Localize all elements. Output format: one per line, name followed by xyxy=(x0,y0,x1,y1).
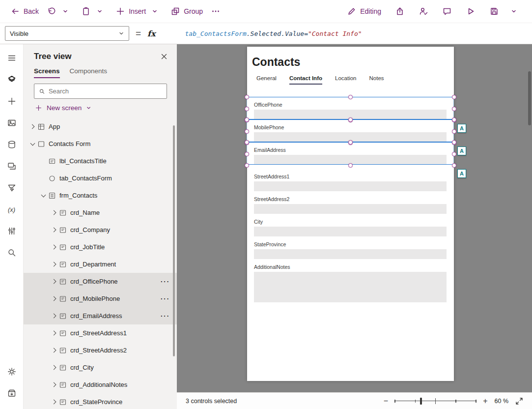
field-input[interactable] xyxy=(254,204,447,214)
chevron-right-icon[interactable] xyxy=(50,261,58,268)
tree-item-Contacts Form[interactable]: Contacts Form xyxy=(24,135,177,152)
variables-rail-button[interactable]: (x) xyxy=(0,199,24,220)
data-rail-button[interactable] xyxy=(0,134,24,155)
tab-components[interactable]: Components xyxy=(70,67,108,78)
tree-search-input[interactable] xyxy=(49,88,162,95)
tree-item-crd_AdditionalNotes[interactable]: crd_AdditionalNotes xyxy=(24,376,177,393)
chevron-right-icon[interactable] xyxy=(50,295,58,303)
package-rail-button[interactable] xyxy=(0,382,24,404)
selection-handle[interactable] xyxy=(245,107,249,111)
selection-handle[interactable] xyxy=(245,129,249,134)
chevron-down-icon[interactable] xyxy=(28,140,36,148)
tree-item-crd_StreetAddress1[interactable]: crd_StreetAddress1 xyxy=(24,324,177,342)
chevron-right-icon[interactable] xyxy=(28,123,36,131)
formula-input[interactable]: tab_ContactsForm.Selected.Value="Contact… xyxy=(162,23,362,45)
editing-status-button[interactable]: Editing xyxy=(343,3,385,19)
zoom-out-button[interactable]: − xyxy=(384,397,388,405)
new-screen-button[interactable]: New screen xyxy=(35,104,177,112)
tree-item-tab_ContactsForm[interactable]: tab_ContactsForm xyxy=(24,170,177,187)
selection-handle[interactable] xyxy=(348,95,353,99)
tree-item-crd_Company[interactable]: crd_Company xyxy=(24,221,177,238)
back-button[interactable]: Back xyxy=(7,3,42,19)
search-rail-button[interactable] xyxy=(0,242,24,263)
tree-item-crd_Department[interactable]: crd_Department xyxy=(24,256,177,273)
chevron-right-icon[interactable] xyxy=(50,347,58,354)
format-text-badge[interactable]: A xyxy=(457,124,466,133)
selection-handle[interactable] xyxy=(452,152,456,156)
form-card-StreetAddress1[interactable]: StreetAddress1 xyxy=(254,169,447,191)
tree-view-rail-button[interactable] xyxy=(0,69,24,90)
form-tab-notes[interactable]: Notes xyxy=(369,75,384,85)
form-tab-contact-info[interactable]: Contact Info xyxy=(289,75,322,85)
fit-to-window-button[interactable] xyxy=(515,397,523,405)
selection-handle[interactable] xyxy=(245,163,249,168)
chevron-right-icon[interactable] xyxy=(50,209,58,217)
selection-handle[interactable] xyxy=(245,152,249,156)
save-button[interactable] xyxy=(486,3,503,19)
tree-item-App[interactable]: App xyxy=(24,118,177,135)
selection-handle[interactable] xyxy=(452,117,456,122)
selection-handle[interactable] xyxy=(245,117,249,122)
paste-menu-chevron[interactable] xyxy=(95,5,104,17)
canvas-scrollbar[interactable] xyxy=(528,71,531,125)
selection-handle[interactable] xyxy=(452,129,456,134)
more-commands-button[interactable] xyxy=(207,3,224,19)
chevron-right-icon[interactable] xyxy=(50,226,58,234)
tree-item-crd_JobTitle[interactable]: crd_JobTitle xyxy=(24,238,177,256)
screens-rail-button[interactable] xyxy=(0,155,24,177)
tab-screens[interactable]: Screens xyxy=(34,67,60,78)
save-menu-chevron[interactable] xyxy=(509,5,518,17)
selection-handle[interactable] xyxy=(348,163,353,168)
insert-rail-button[interactable] xyxy=(0,90,24,112)
selection-handle[interactable] xyxy=(452,140,456,145)
chevron-right-icon[interactable] xyxy=(50,329,58,337)
insert-menu-chevron[interactable] xyxy=(150,5,159,17)
tree-item-crd_Name[interactable]: crd_Name xyxy=(24,204,177,221)
chevron-down-icon[interactable] xyxy=(39,192,47,200)
chevron-right-icon[interactable] xyxy=(50,381,58,389)
tree-scrollbar[interactable] xyxy=(173,125,175,356)
undo-button[interactable] xyxy=(43,3,60,19)
zoom-slider[interactable] xyxy=(395,396,476,406)
selection-handle[interactable] xyxy=(452,95,456,99)
insert-button[interactable]: Insert xyxy=(112,3,149,19)
preview-play-button[interactable] xyxy=(462,3,479,19)
property-selector[interactable]: Visible xyxy=(5,26,129,41)
field-input[interactable] xyxy=(254,227,447,236)
tree-item-crd_StateProvince[interactable]: crd_StateProvince xyxy=(24,393,177,409)
selection-handle[interactable] xyxy=(452,163,456,168)
tree-item-lbl_ContactsTitle[interactable]: lbl_ContactsTitle xyxy=(24,152,177,170)
chevron-right-icon[interactable] xyxy=(50,278,58,286)
group-button[interactable]: Group xyxy=(167,3,206,19)
tree-item-crd_MobilePhone[interactable]: crd_MobilePhone··· xyxy=(24,290,177,307)
menu-rail-button[interactable] xyxy=(0,47,24,69)
form-tab-location[interactable]: Location xyxy=(335,75,356,85)
selection-handle[interactable] xyxy=(245,95,249,99)
form-card-StateProvince[interactable]: StateProvince xyxy=(254,236,447,259)
field-input[interactable] xyxy=(254,249,447,259)
format-text-badge[interactable]: A xyxy=(457,146,466,155)
design-canvas[interactable]: Contacts GeneralContact InfoLocationNote… xyxy=(177,44,532,392)
field-input[interactable] xyxy=(254,181,447,191)
chevron-right-icon[interactable] xyxy=(50,243,58,251)
media-rail-button[interactable] xyxy=(0,112,24,134)
screen-artboard[interactable]: Contacts GeneralContact InfoLocationNote… xyxy=(247,47,454,381)
field-input[interactable] xyxy=(254,272,447,302)
tree-item-frm_Contacts[interactable]: frm_Contacts xyxy=(24,187,177,204)
selection-handle[interactable] xyxy=(348,117,353,122)
undo-menu-chevron[interactable] xyxy=(61,5,70,17)
coauthor-button[interactable] xyxy=(415,3,432,19)
share-button[interactable] xyxy=(392,3,408,19)
paste-button[interactable] xyxy=(78,3,94,19)
chevron-right-icon[interactable] xyxy=(50,398,58,406)
format-text-badge[interactable]: A xyxy=(457,169,466,178)
comments-button[interactable] xyxy=(439,3,455,19)
flow-rail-button[interactable] xyxy=(0,177,24,199)
controls-rail-button[interactable] xyxy=(0,220,24,242)
close-panel-button[interactable] xyxy=(159,52,169,63)
zoom-in-button[interactable]: + xyxy=(483,397,487,405)
selection-handle[interactable] xyxy=(245,140,249,145)
tree-item-crd_City[interactable]: crd_City xyxy=(24,359,177,376)
chevron-right-icon[interactable] xyxy=(50,364,58,372)
tree-item-crd_EmailAddress[interactable]: crd_EmailAddress··· xyxy=(24,307,177,324)
